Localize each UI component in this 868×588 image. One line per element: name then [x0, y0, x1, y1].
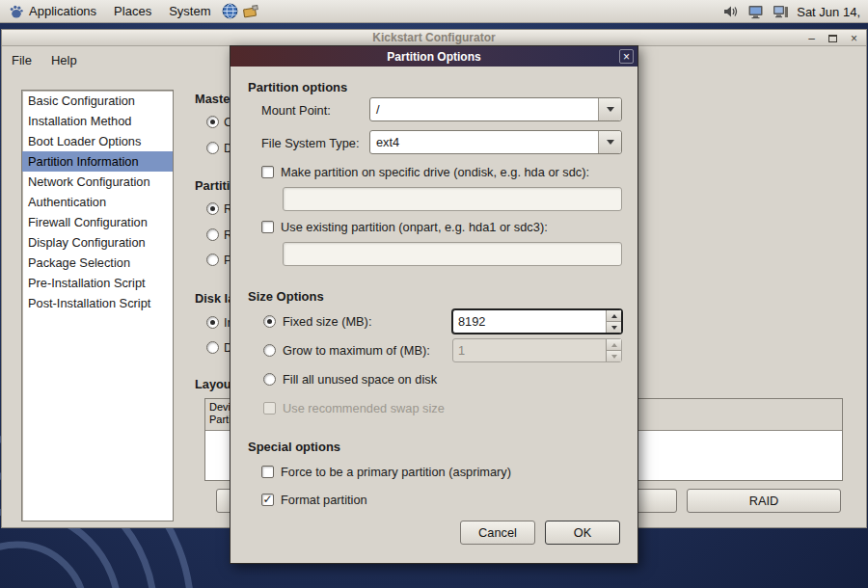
- mount-point-label: Mount Point:: [261, 103, 331, 118]
- spin-down-button: [607, 351, 621, 361]
- mount-point-dropdown-button[interactable]: [598, 98, 621, 120]
- main-window-titlebar[interactable]: Kickstart Configurator – ×: [2, 30, 866, 46]
- applications-menu-icon: [9, 4, 24, 19]
- package-icon: [242, 4, 259, 19]
- ondisk-checkbox[interactable]: [261, 166, 274, 178]
- asprimary-checkbox[interactable]: [261, 466, 274, 478]
- desktop: Applications Places System: [0, 0, 868, 588]
- fixed-size-radio[interactable]: [263, 315, 276, 328]
- display-settings[interactable]: [743, 0, 768, 23]
- close-icon: ×: [851, 33, 857, 44]
- ondisk-entry[interactable]: [283, 187, 622, 211]
- fill-all-label: Fill all unused space on disk: [283, 372, 437, 387]
- close-button[interactable]: ×: [848, 32, 860, 44]
- close-icon: ×: [623, 50, 630, 64]
- system-menu[interactable]: System: [160, 0, 219, 23]
- sidebar-item-authentication[interactable]: Authentication: [22, 192, 173, 212]
- window-controls: – ×: [805, 30, 860, 46]
- sidebar-item-post-installation-script[interactable]: Post-Installation Script: [22, 293, 173, 313]
- tool-launcher[interactable]: [240, 0, 261, 23]
- spin-up-button: [607, 339, 621, 351]
- maximize-icon: [828, 35, 837, 42]
- browser-launcher[interactable]: [219, 0, 240, 23]
- fs-type-dropdown-button[interactable]: [598, 131, 621, 153]
- minimize-button[interactable]: –: [805, 32, 818, 44]
- chevron-up-icon: [611, 343, 617, 347]
- volume-control[interactable]: [718, 0, 743, 23]
- spin-down-button[interactable]: [607, 322, 621, 333]
- partition-radio-3[interactable]: [206, 254, 219, 266]
- file-menu[interactable]: File: [2, 49, 41, 71]
- sidebar-item-installation-method[interactable]: Installation Method: [22, 111, 173, 131]
- disk-radio-1[interactable]: [206, 316, 219, 329]
- sidebar-item-partition-information[interactable]: Partition Information: [22, 151, 173, 172]
- sidebar-item-pre-installation-script[interactable]: Pre-Installation Script: [22, 273, 173, 293]
- master-radio-2[interactable]: [206, 142, 219, 154]
- size-options-section-label: Size Options: [248, 289, 324, 304]
- clock[interactable]: Sat Jun 14,: [793, 5, 868, 19]
- applications-menu[interactable]: Applications: [0, 0, 105, 23]
- places-menu-label: Places: [114, 4, 151, 18]
- fixed-size-label: Fixed size (MB):: [283, 314, 371, 329]
- help-menu[interactable]: Help: [41, 49, 87, 71]
- swap-checkbox: [263, 402, 276, 414]
- spin-up-button[interactable]: [607, 310, 621, 322]
- sidebar-item-basic-configuration[interactable]: Basic Configuration: [22, 91, 173, 111]
- mount-point-combo[interactable]: /: [369, 97, 622, 121]
- display-icon: [747, 4, 764, 19]
- system-menu-label: System: [169, 4, 210, 18]
- globe-icon: [222, 3, 238, 19]
- grow-max-spin-buttons: [606, 339, 621, 361]
- raid-button[interactable]: RAID: [687, 489, 841, 513]
- computer-status[interactable]: [768, 0, 793, 23]
- grow-max-spinbox: [452, 338, 622, 362]
- fixed-size-spinbox[interactable]: [452, 309, 622, 334]
- system-tray: Sat Jun 14,: [718, 0, 868, 23]
- grow-max-label: Grow to maximum of (MB):: [283, 343, 430, 358]
- minimize-icon: –: [808, 33, 815, 44]
- partition-radio-2[interactable]: [206, 228, 219, 241]
- sidebar-item-package-selection[interactable]: Package Selection: [22, 253, 173, 273]
- cancel-button[interactable]: Cancel: [460, 521, 535, 545]
- sidebar-item-display-configuration[interactable]: Display Configuration: [22, 232, 173, 253]
- grow-max-radio[interactable]: [263, 344, 276, 357]
- fill-all-radio[interactable]: [263, 373, 276, 386]
- sidebar-item-network-configuration[interactable]: Network Configuration: [22, 172, 173, 192]
- sidebar-item-firewall-configuration[interactable]: Firewall Configuration: [22, 212, 173, 232]
- mount-point-value: /: [370, 102, 598, 117]
- ok-button[interactable]: OK: [545, 521, 620, 545]
- top-panel: Applications Places System: [0, 0, 868, 23]
- special-options-section-label: Special options: [248, 440, 340, 454]
- volume-icon: [722, 4, 738, 19]
- places-menu[interactable]: Places: [105, 0, 160, 23]
- fs-type-combo[interactable]: ext4: [369, 130, 622, 154]
- partitions-section-label: Partiti: [195, 178, 230, 193]
- ondisk-label: Make partition on specific drive (ondisk…: [281, 165, 589, 179]
- partition-options-dialog: Partition Options × Partition options Mo…: [230, 45, 638, 564]
- format-checkbox[interactable]: ✓: [261, 494, 274, 506]
- chevron-down-icon: [607, 140, 614, 145]
- chevron-down-icon: [611, 355, 617, 359]
- grow-max-input: [453, 339, 606, 361]
- disk-radio-2[interactable]: [206, 341, 219, 354]
- fs-type-value: ext4: [370, 135, 598, 149]
- fs-type-label: File System Type:: [261, 136, 359, 150]
- main-window-title: Kickstart Configurator: [372, 31, 495, 44]
- onpart-label: Use existing partition (onpart, e.g. hda…: [281, 220, 548, 234]
- dialog-close-button[interactable]: ×: [619, 49, 634, 64]
- computer-icon: [773, 4, 789, 19]
- chevron-down-icon: [607, 107, 614, 112]
- dialog-title: Partition Options: [387, 50, 480, 64]
- dialog-titlebar[interactable]: Partition Options ×: [231, 46, 637, 67]
- chevron-down-icon: [611, 326, 617, 330]
- format-label: Format partition: [281, 493, 367, 507]
- sidebar-item-boot-loader-options[interactable]: Boot Loader Options: [22, 131, 173, 151]
- config-sections-list: Basic Configuration Installation Method …: [21, 90, 174, 521]
- master-radio-1[interactable]: [206, 116, 219, 128]
- onpart-entry[interactable]: [283, 242, 622, 266]
- onpart-checkbox[interactable]: [261, 221, 274, 233]
- maximize-button[interactable]: [827, 32, 839, 44]
- partition-radio-1[interactable]: [206, 202, 219, 215]
- fixed-size-input[interactable]: [453, 310, 606, 333]
- partition-options-section-label: Partition options: [248, 80, 347, 94]
